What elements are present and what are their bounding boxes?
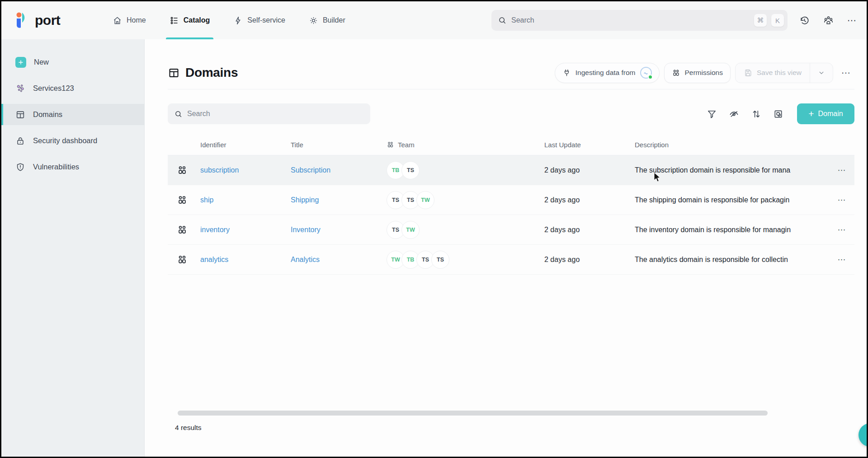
team-avatar[interactable]: TW	[416, 191, 434, 209]
ellipsis-icon: ⋯	[838, 225, 846, 234]
identifier-link[interactable]: analytics	[197, 256, 287, 264]
save-view-group: Save this view	[735, 63, 833, 83]
eye-off-icon	[729, 109, 739, 119]
page-header: Domains Ingesting data from	[168, 62, 854, 84]
port-logo-icon	[15, 12, 30, 29]
filter-button[interactable]	[704, 106, 720, 122]
sidebar-item-security-dashboard[interactable]: Security dashboard	[1, 130, 144, 151]
ellipsis-icon: ⋯	[841, 68, 851, 78]
sidebar-item-label: Vulnerabilities	[33, 163, 79, 171]
plus-square-icon	[15, 57, 26, 68]
nav-item-catalog[interactable]: Catalog	[158, 1, 222, 39]
table-toolbar: + Domain	[168, 103, 854, 124]
nav-item-label: Self-service	[247, 16, 285, 24]
header-actions: Ingesting data from Permissions	[555, 63, 854, 83]
chevron-down-icon	[817, 69, 826, 77]
add-domain-button[interactable]: + Domain	[797, 103, 854, 124]
search-icon	[174, 110, 183, 118]
row-more-button[interactable]: ⋯	[838, 196, 846, 204]
ingesting-data-label: Ingesting data from	[576, 69, 636, 77]
sidebar-item-label: Security dashboard	[33, 136, 97, 145]
primary-nav: Home Catalog Self-service	[101, 1, 357, 39]
table-row-ship[interactable]: ship Shipping TS TS TW 2 days ago The sh…	[168, 185, 854, 215]
lightning-bolt-icon	[233, 16, 243, 25]
team-avatar[interactable]: TS	[401, 161, 420, 179]
team-avatar[interactable]: TW	[401, 221, 420, 239]
port-logo[interactable]: port	[1, 1, 92, 39]
save-view-button[interactable]: Save this view	[736, 63, 810, 83]
row-more-button[interactable]: ⋯	[838, 226, 846, 234]
table-row-analytics[interactable]: analytics Analytics TW TB TS TS 2 days a…	[168, 245, 854, 275]
organization-icon	[823, 15, 834, 26]
team-avatar[interactable]: TS	[431, 251, 449, 269]
team-cell: TS TS TW	[383, 191, 541, 209]
topbar-more-button[interactable]: ⋯	[845, 14, 859, 27]
table-search[interactable]	[168, 103, 370, 124]
column-header-identifier[interactable]: Identifier	[197, 141, 287, 149]
table-search-input[interactable]	[187, 110, 364, 118]
title-link[interactable]: Shipping	[287, 196, 383, 204]
results-count: 4 results	[175, 424, 202, 432]
toolbar-actions: + Domain	[704, 103, 854, 124]
history-button[interactable]	[797, 14, 811, 28]
floppy-disk-icon	[744, 69, 752, 77]
add-domain-label: Domain	[818, 110, 843, 118]
header-divider	[168, 89, 854, 89]
main-content: Domains Ingesting data from	[145, 39, 868, 458]
title-link[interactable]: Subscription	[287, 166, 383, 174]
team-icon	[387, 141, 394, 149]
nav-item-label: Home	[127, 16, 146, 24]
identifier-link[interactable]: inventory	[197, 226, 287, 234]
save-view-label: Save this view	[757, 69, 802, 77]
last-update-cell: 2 days ago	[541, 166, 631, 174]
sidebar-item-new[interactable]: New	[1, 51, 144, 73]
identifier-link[interactable]: subscription	[197, 166, 287, 174]
kbd-k: K	[771, 14, 784, 27]
column-header-team[interactable]: Team	[383, 141, 541, 149]
page-title: Domains	[185, 65, 238, 80]
header-more-button[interactable]: ⋯	[838, 66, 854, 79]
global-search[interactable]: ⌘ K	[491, 10, 788, 31]
column-header-title[interactable]: Title	[287, 141, 383, 149]
description-cell: The analytics domain is responsible for …	[631, 256, 829, 264]
integration-status-badge	[640, 67, 652, 79]
column-header-description[interactable]: Description	[631, 141, 829, 149]
status-green-dot	[648, 75, 653, 79]
sidebar-item-label: New	[34, 58, 49, 66]
blueprint-icon	[177, 195, 188, 206]
nav-item-self-service[interactable]: Self-service	[222, 1, 297, 39]
identifier-link[interactable]: ship	[197, 196, 287, 204]
row-more-button[interactable]: ⋯	[838, 166, 846, 174]
table-row-inventory[interactable]: inventory Inventory TS TW 2 days ago The…	[168, 215, 854, 245]
permissions-button[interactable]: Permissions	[664, 63, 731, 83]
save-view-dropdown-button[interactable]	[810, 63, 833, 83]
blueprint-icon	[177, 224, 188, 235]
kbd-command: ⌘	[754, 14, 767, 27]
hide-columns-button[interactable]	[726, 106, 742, 122]
organization-button[interactable]	[821, 14, 835, 28]
permissions-label: Permissions	[685, 69, 723, 77]
description-cell: The shipping domain is responsible for p…	[631, 196, 829, 204]
lock-icon	[15, 136, 25, 146]
table-row-subscription[interactable]: subscription Subscription TB TS 2 days a…	[168, 155, 854, 185]
row-more-button[interactable]: ⋯	[838, 256, 846, 264]
home-icon	[113, 16, 122, 25]
sidebar-item-vulnerabilities[interactable]: Vulnerabilities	[1, 156, 144, 178]
group-by-button[interactable]	[770, 106, 786, 122]
team-cell: TW TB TS TS	[383, 251, 541, 269]
column-header-last-update[interactable]: Last Update	[541, 141, 631, 149]
horizontal-scrollbar[interactable]	[178, 411, 768, 416]
sidebar-item-domains[interactable]: Domains	[1, 104, 144, 125]
team-cell: TS TW	[383, 221, 541, 239]
ellipsis-icon: ⋯	[838, 166, 846, 175]
ingesting-data-button[interactable]: Ingesting data from	[555, 63, 660, 83]
nav-item-home[interactable]: Home	[101, 1, 158, 39]
title-link[interactable]: Inventory	[287, 226, 383, 234]
global-search-input[interactable]	[511, 16, 750, 24]
description-cell: The inventory domain is responsible for …	[631, 226, 829, 234]
sort-button[interactable]	[748, 106, 764, 122]
mouse-cursor	[654, 172, 661, 183]
title-link[interactable]: Analytics	[287, 256, 383, 264]
sidebar-item-services123[interactable]: Services123	[1, 78, 144, 99]
nav-item-builder[interactable]: Builder	[297, 1, 357, 39]
